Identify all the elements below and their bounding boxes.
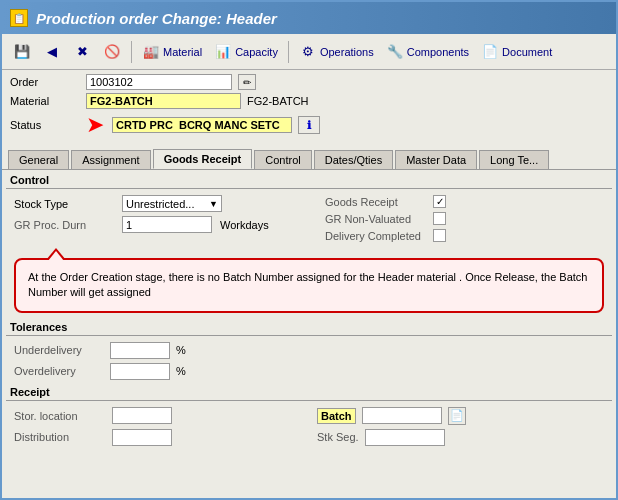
underdelivery-pct: % bbox=[176, 344, 186, 356]
distribution-row: Distribution Stk Seg. bbox=[2, 427, 616, 448]
material-label: Material bbox=[10, 95, 80, 107]
batch-label: Batch bbox=[317, 408, 356, 424]
exit-icon: ✖ bbox=[73, 43, 91, 61]
distribution-label: Distribution bbox=[14, 431, 104, 443]
stk-seg-right: Stk Seg. bbox=[309, 429, 604, 446]
content-panel: Control Stock Type Unrestricted... ▼ GR … bbox=[2, 169, 616, 498]
material-field[interactable] bbox=[86, 93, 241, 109]
tabs-bar: General Assignment Goods Receipt Control… bbox=[2, 145, 616, 169]
control-divider bbox=[6, 188, 612, 189]
order-field[interactable] bbox=[86, 74, 232, 90]
order-edit-icon[interactable]: ✏ bbox=[238, 74, 256, 90]
tolerances-divider bbox=[6, 335, 612, 336]
capacity-icon: 📊 bbox=[214, 43, 232, 61]
stor-location-field[interactable] bbox=[112, 407, 172, 424]
control-two-col: Stock Type Unrestricted... ▼ GR Proc. Du… bbox=[2, 193, 616, 244]
documents-icon: 📄 bbox=[481, 43, 499, 61]
tab-dates-qties[interactable]: Dates/Qties bbox=[314, 150, 393, 169]
status-row: Status ➤ ℹ bbox=[10, 112, 608, 138]
batch-doc-icon[interactable]: 📄 bbox=[448, 407, 466, 425]
tab-general[interactable]: General bbox=[8, 150, 69, 169]
gr-non-valuated-row: GR Non-Valuated bbox=[313, 210, 616, 227]
stock-type-row: Stock Type Unrestricted... ▼ bbox=[2, 193, 305, 214]
stor-location-row: Stor. location Batch 📄 bbox=[2, 405, 616, 427]
goods-receipt-checkbox[interactable] bbox=[433, 195, 446, 208]
title-bar: 📋 Production order Change: Header bbox=[2, 2, 616, 34]
separator-1 bbox=[131, 41, 132, 63]
callout-bubble: At the Order Creation stage, there is no… bbox=[14, 258, 604, 313]
control-section-header: Control bbox=[2, 170, 616, 188]
tab-assignment[interactable]: Assignment bbox=[71, 150, 150, 169]
callout-text: At the Order Creation stage, there is no… bbox=[28, 271, 587, 298]
exit-button[interactable]: ✖ bbox=[68, 40, 96, 64]
separator-2 bbox=[288, 41, 289, 63]
tab-goods-receipt[interactable]: Goods Receipt bbox=[153, 149, 253, 169]
tab-control[interactable]: Control bbox=[254, 150, 311, 169]
components-icon: 🔧 bbox=[386, 43, 404, 61]
stk-seg-label: Stk Seg. bbox=[317, 431, 359, 443]
status-info-icon[interactable]: ℹ bbox=[298, 116, 320, 134]
workdays-text: Workdays bbox=[220, 219, 269, 231]
control-section: Control Stock Type Unrestricted... ▼ GR … bbox=[2, 170, 616, 244]
main-content: Control Stock Type Unrestricted... ▼ GR … bbox=[2, 170, 616, 498]
delivery-completed-checkbox[interactable] bbox=[433, 229, 446, 242]
status-arrow: ➤ bbox=[86, 112, 104, 138]
window-title: Production order Change: Header bbox=[36, 10, 277, 27]
underdelivery-field[interactable] bbox=[110, 342, 170, 359]
material-icon: 🏭 bbox=[142, 43, 160, 61]
components-button[interactable]: 🔧Components bbox=[381, 40, 474, 64]
cancel-button[interactable]: 🚫 bbox=[98, 40, 126, 64]
underdelivery-label: Underdelivery bbox=[14, 344, 104, 356]
order-row: Order ✏ bbox=[10, 74, 608, 90]
status-field[interactable] bbox=[112, 117, 292, 133]
gr-proc-label: GR Proc. Durn bbox=[14, 219, 114, 231]
goods-receipt-row: Goods Receipt bbox=[313, 193, 616, 210]
operations-icon: ⚙ bbox=[299, 43, 317, 61]
stock-type-label: Stock Type bbox=[14, 198, 114, 210]
receipt-section: Receipt Stor. location Batch 📄 Dis bbox=[2, 382, 616, 448]
documents-button[interactable]: 📄Document bbox=[476, 40, 557, 64]
stor-location-label: Stor. location bbox=[14, 410, 104, 422]
stock-type-value: Unrestricted... bbox=[126, 198, 194, 210]
distribution-left: Distribution bbox=[14, 429, 301, 446]
save-icon: 💾 bbox=[13, 43, 31, 61]
tolerances-section: Tolerances Underdelivery % Overdelivery … bbox=[2, 317, 616, 382]
overdelivery-row: Overdelivery % bbox=[2, 361, 616, 382]
control-right: Goods Receipt GR Non-Valuated Delivery C… bbox=[305, 193, 616, 244]
gr-non-valuated-checkbox[interactable] bbox=[433, 212, 446, 225]
material-button[interactable]: 🏭Material bbox=[137, 40, 207, 64]
distribution-field[interactable] bbox=[112, 429, 172, 446]
stock-type-field[interactable]: Unrestricted... ▼ bbox=[122, 195, 222, 212]
material-row: Material FG2-BATCH bbox=[10, 93, 608, 109]
tab-long-text[interactable]: Long Te... bbox=[479, 150, 549, 169]
operations-button[interactable]: ⚙Operations bbox=[294, 40, 379, 64]
tolerances-section-header: Tolerances bbox=[2, 317, 616, 335]
stock-type-arrow-icon: ▼ bbox=[209, 199, 218, 209]
gr-proc-field[interactable] bbox=[122, 216, 212, 233]
order-label: Order bbox=[10, 76, 80, 88]
control-left: Stock Type Unrestricted... ▼ GR Proc. Du… bbox=[2, 193, 305, 244]
back-icon: ◀ bbox=[43, 43, 61, 61]
cancel-icon: 🚫 bbox=[103, 43, 121, 61]
window-icon: 📋 bbox=[10, 9, 28, 27]
back-button[interactable]: ◀ bbox=[38, 40, 66, 64]
status-label: Status bbox=[10, 119, 80, 131]
delivery-completed-row: Delivery Completed bbox=[313, 227, 616, 244]
save-button[interactable]: 💾 bbox=[8, 40, 36, 64]
goods-receipt-label: Goods Receipt bbox=[325, 196, 425, 208]
underdelivery-row: Underdelivery % bbox=[2, 340, 616, 361]
header-form: Order ✏ Material FG2-BATCH Status ➤ ℹ bbox=[2, 70, 616, 145]
stk-seg-field[interactable] bbox=[365, 429, 445, 446]
tab-master-data[interactable]: Master Data bbox=[395, 150, 477, 169]
stor-location-left: Stor. location bbox=[14, 407, 301, 424]
callout-container: At the Order Creation stage, there is no… bbox=[14, 248, 604, 313]
main-window: 📋 Production order Change: Header 💾 ◀ ✖ … bbox=[0, 0, 618, 500]
gr-proc-row: GR Proc. Durn Workdays bbox=[2, 214, 305, 235]
capacity-button[interactable]: 📊Capacity bbox=[209, 40, 283, 64]
material-right-value: FG2-BATCH bbox=[247, 95, 608, 107]
overdelivery-pct: % bbox=[176, 365, 186, 377]
overdelivery-field[interactable] bbox=[110, 363, 170, 380]
gr-non-valuated-label: GR Non-Valuated bbox=[325, 213, 425, 225]
batch-field[interactable] bbox=[362, 407, 442, 424]
toolbar: 💾 ◀ ✖ 🚫 🏭Material 📊Capacity ⚙Operations … bbox=[2, 34, 616, 70]
